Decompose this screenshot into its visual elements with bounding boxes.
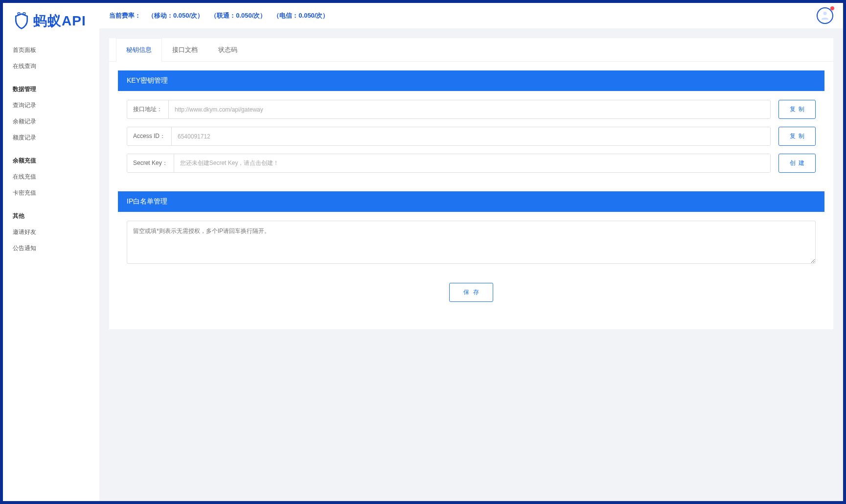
sidebar-heading-other: 其他 [13,208,90,224]
sidebar-item-online-query[interactable]: 在线查询 [13,58,90,74]
topbar: 当前费率： （移动：0.050/次） （联通：0.050/次） （电信：0.05… [99,3,843,28]
svg-point-2 [823,11,826,15]
sidebar-item-card-recharge[interactable]: 卡密充值 [13,185,90,201]
sidebar-item-online-recharge[interactable]: 在线充值 [13,169,90,185]
content-panel: 秘钥信息 接口文档 状态码 KEY密钥管理 接口地址： 复制 [109,38,833,329]
copy-access-id-button[interactable]: 复制 [778,127,816,146]
ip-whitelist-textarea[interactable] [127,221,816,264]
ip-panel-title: IP白名单管理 [118,191,824,212]
tab-key-info[interactable]: 秘钥信息 [116,38,162,62]
ant-shield-icon [13,12,30,30]
create-secret-key-button[interactable]: 创建 [778,154,816,173]
svg-point-1 [23,12,25,15]
logo[interactable]: 蚂蚁API [3,3,99,42]
sidebar-heading-data: 数据管理 [13,81,90,97]
sidebar-item-balance-records[interactable]: 余额记录 [13,114,90,130]
save-button[interactable]: 保存 [449,283,493,302]
tab-status-codes[interactable]: 状态码 [208,38,248,62]
key-panel-title: KEY密钥管理 [118,70,824,91]
rate-telecom: （电信：0.050/次） [273,11,329,20]
user-avatar[interactable] [817,7,833,24]
sidebar-item-quota-records[interactable]: 额度记录 [13,130,90,146]
sidebar-heading-recharge: 余额充值 [13,153,90,169]
api-url-row: 接口地址： 复制 [127,100,816,119]
access-id-input[interactable] [172,127,770,145]
api-url-input[interactable] [169,100,770,118]
ip-whitelist-panel: IP白名单管理 保存 [118,191,824,311]
tab-api-docs[interactable]: 接口文档 [162,38,208,62]
api-url-label: 接口地址： [127,100,169,118]
secret-key-label: Secret Key： [127,154,174,172]
sidebar: 蚂蚁API 首页面板 在线查询 数据管理 查询记录 余额记录 额度记录 余额充值… [3,3,99,501]
sidebar-item-invite[interactable]: 邀请好友 [13,224,90,240]
secret-key-row: Secret Key： 创建 [127,154,816,173]
copy-api-url-button[interactable]: 复制 [778,100,816,119]
svg-point-0 [18,12,20,15]
sidebar-item-dashboard[interactable]: 首页面板 [13,42,90,58]
rate-label: 当前费率： [109,11,141,20]
rate-mobile: （移动：0.050/次） [148,11,204,20]
tabs: 秘钥信息 接口文档 状态码 [109,38,833,62]
sidebar-item-query-records[interactable]: 查询记录 [13,97,90,114]
user-icon [820,10,830,22]
sidebar-item-announcement[interactable]: 公告通知 [13,240,90,256]
key-management-panel: KEY密钥管理 接口地址： 复制 Access ID： [118,70,824,182]
secret-key-input[interactable] [174,154,770,172]
rate-unicom: （联通：0.050/次） [210,11,266,20]
access-id-row: Access ID： 复制 [127,127,816,146]
rate-info: 当前费率： （移动：0.050/次） （联通：0.050/次） （电信：0.05… [109,11,329,20]
main: 当前费率： （移动：0.050/次） （联通：0.050/次） （电信：0.05… [99,3,843,501]
access-id-label: Access ID： [127,127,172,145]
logo-text: 蚂蚁API [33,12,86,30]
nav: 首页面板 在线查询 数据管理 查询记录 余额记录 额度记录 余额充值 在线充值 … [3,42,99,256]
notification-dot-icon [830,6,834,10]
